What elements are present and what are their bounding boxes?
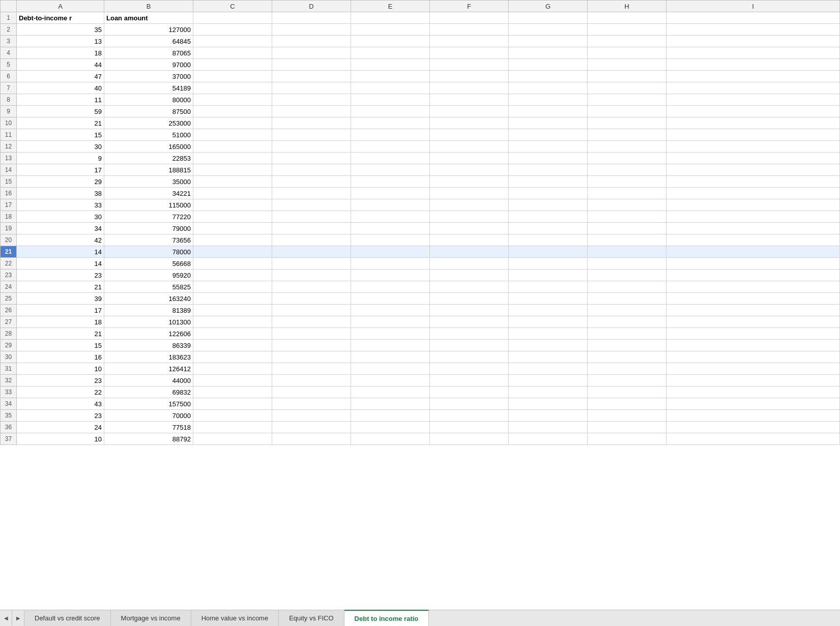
cell-e[interactable] xyxy=(351,153,430,164)
cell-d[interactable] xyxy=(272,351,351,363)
cell-b[interactable]: 81389 xyxy=(104,305,193,316)
cell-e[interactable] xyxy=(351,258,430,270)
cell-i[interactable] xyxy=(667,398,840,410)
cell-f[interactable] xyxy=(430,340,509,351)
cell-b[interactable]: 55825 xyxy=(104,281,193,293)
cell-i[interactable] xyxy=(667,141,840,153)
cell-i[interactable] xyxy=(667,188,840,199)
cell-h[interactable] xyxy=(588,340,667,351)
cell-d[interactable] xyxy=(272,47,351,59)
cell-e[interactable] xyxy=(351,363,430,375)
cell-e[interactable] xyxy=(351,386,430,398)
cell-a[interactable]: 30 xyxy=(17,211,104,223)
cell-a[interactable]: 23 xyxy=(17,410,104,422)
cell-i[interactable] xyxy=(667,71,840,82)
cell-d[interactable] xyxy=(272,59,351,71)
cell-b[interactable]: 157500 xyxy=(104,398,193,410)
cell-a[interactable]: 17 xyxy=(17,305,104,316)
cell-h[interactable] xyxy=(588,223,667,234)
cell-d[interactable] xyxy=(272,153,351,164)
cell-f[interactable] xyxy=(430,305,509,316)
cell-d[interactable] xyxy=(272,71,351,82)
cell-b[interactable]: 70000 xyxy=(104,410,193,422)
cell-a[interactable]: 23 xyxy=(17,270,104,281)
cell-f[interactable] xyxy=(430,164,509,176)
cell-h[interactable] xyxy=(588,24,667,36)
cell-g[interactable] xyxy=(509,106,588,117)
cell-e[interactable] xyxy=(351,47,430,59)
cell-i[interactable] xyxy=(667,153,840,164)
cell-h[interactable] xyxy=(588,246,667,258)
cell-h[interactable] xyxy=(588,316,667,328)
cell-h[interactable] xyxy=(588,375,667,386)
cell-d[interactable] xyxy=(272,36,351,47)
cell-f[interactable] xyxy=(430,328,509,340)
cell-d[interactable] xyxy=(272,94,351,106)
cell-h[interactable] xyxy=(588,422,667,433)
cell-i[interactable] xyxy=(667,59,840,71)
cell-f[interactable] xyxy=(430,94,509,106)
cell-d[interactable] xyxy=(272,24,351,36)
cell-e[interactable] xyxy=(351,246,430,258)
cell-f[interactable] xyxy=(430,386,509,398)
cell-d[interactable] xyxy=(272,106,351,117)
cell-e[interactable] xyxy=(351,82,430,94)
cell-g1[interactable] xyxy=(509,12,588,24)
col-header-c[interactable]: C xyxy=(193,1,272,12)
cell-f[interactable] xyxy=(430,71,509,82)
cell-d[interactable] xyxy=(272,422,351,433)
cell-c[interactable] xyxy=(193,340,272,351)
cell-e[interactable] xyxy=(351,106,430,117)
cell-a[interactable]: 23 xyxy=(17,375,104,386)
cell-c[interactable] xyxy=(193,258,272,270)
cell-g[interactable] xyxy=(509,398,588,410)
cell-f[interactable] xyxy=(430,246,509,258)
cell-i[interactable] xyxy=(667,24,840,36)
cell-b[interactable]: 88792 xyxy=(104,433,193,445)
cell-d[interactable] xyxy=(272,340,351,351)
cell-i[interactable] xyxy=(667,281,840,293)
cell-g[interactable] xyxy=(509,164,588,176)
cell-c[interactable] xyxy=(193,386,272,398)
cell-f[interactable] xyxy=(430,258,509,270)
cell-d[interactable] xyxy=(272,246,351,258)
cell-a[interactable]: 39 xyxy=(17,293,104,305)
cell-b[interactable]: 69832 xyxy=(104,386,193,398)
cell-c[interactable] xyxy=(193,117,272,129)
cell-e[interactable] xyxy=(351,375,430,386)
cell-d[interactable] xyxy=(272,363,351,375)
cell-a[interactable]: 29 xyxy=(17,176,104,188)
cell-a[interactable]: 42 xyxy=(17,234,104,246)
cell-a[interactable]: 14 xyxy=(17,258,104,270)
cell-h[interactable] xyxy=(588,94,667,106)
cell-g[interactable] xyxy=(509,246,588,258)
cell-a[interactable]: 21 xyxy=(17,117,104,129)
cell-e[interactable] xyxy=(351,422,430,433)
cell-e[interactable] xyxy=(351,316,430,328)
cell-h[interactable] xyxy=(588,153,667,164)
cell-d[interactable] xyxy=(272,234,351,246)
cell-d[interactable] xyxy=(272,316,351,328)
cell-h[interactable] xyxy=(588,164,667,176)
cell-c[interactable] xyxy=(193,71,272,82)
cell-e[interactable] xyxy=(351,164,430,176)
cell-g[interactable] xyxy=(509,363,588,375)
cell-g[interactable] xyxy=(509,433,588,445)
cell-d[interactable] xyxy=(272,223,351,234)
cell-b[interactable]: 126412 xyxy=(104,363,193,375)
cell-e[interactable] xyxy=(351,36,430,47)
cell-a[interactable]: 21 xyxy=(17,328,104,340)
cell-b[interactable]: 101300 xyxy=(104,316,193,328)
cell-e[interactable] xyxy=(351,281,430,293)
cell-i[interactable] xyxy=(667,223,840,234)
cell-b1[interactable]: Loan amount xyxy=(104,12,193,24)
cell-f[interactable] xyxy=(430,270,509,281)
tab-home-value-vs-income[interactable]: Home value vs income xyxy=(191,610,279,626)
cell-h[interactable] xyxy=(588,129,667,141)
cell-i1[interactable] xyxy=(667,12,840,24)
cell-f[interactable] xyxy=(430,59,509,71)
cell-h[interactable] xyxy=(588,410,667,422)
cell-e[interactable] xyxy=(351,234,430,246)
cell-d[interactable] xyxy=(272,410,351,422)
cell-f[interactable] xyxy=(430,351,509,363)
